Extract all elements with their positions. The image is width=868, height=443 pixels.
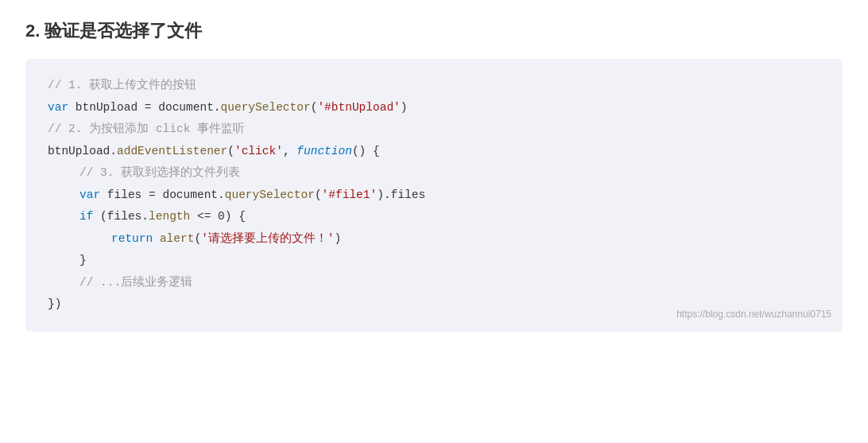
method-querySelector-2: querySelector (225, 188, 315, 201)
fn-alert: alert (160, 232, 195, 245)
click-string: 'click' (234, 145, 283, 157)
code-line-10: // ...后续业务逻辑 (48, 272, 820, 294)
code-line-4: btnUpload.addEventListener('click', func… (48, 141, 820, 163)
keyword-if: if (79, 210, 93, 223)
selector-string-2: '#file1' (322, 188, 378, 201)
prop-length: length (149, 210, 190, 223)
keyword-var-2: var (79, 188, 100, 201)
code-line-1: // 1. 获取上传文件的按钮 (48, 75, 820, 97)
watermark: https://blog.csdn.net/wuzhannui0715 (676, 305, 831, 324)
code-line-6: var files = document.querySelector('#fil… (48, 185, 820, 207)
code-line-5: // 3. 获取到选择的文件列表 (48, 162, 820, 185)
code-block: // 1. 获取上传文件的按钮 var btnUpload = document… (25, 59, 843, 332)
comment-4: // ...后续业务逻辑 (79, 276, 192, 289)
alert-string: '请选择要上传的文件！' (201, 232, 334, 245)
method-addEventListener: addEventListener (117, 145, 227, 157)
selector-string-1: '#btnUpload' (317, 101, 400, 114)
keyword-var: var (48, 101, 68, 114)
comment-3: // 3. 获取到选择的文件列表 (79, 166, 240, 179)
comment-2: // 2. 为按钮添加 click 事件监听 (48, 122, 245, 135)
code-line-7: if (files.length <= 0) { (48, 206, 820, 228)
code-line-3: // 2. 为按钮添加 click 事件监听 (48, 119, 820, 141)
keyword-return: return (111, 232, 153, 245)
method-querySelector: querySelector (221, 101, 311, 114)
keyword-function: function (296, 145, 352, 157)
page-title: 2. 验证是否选择了文件 (25, 19, 843, 43)
code-line-9: } (48, 250, 820, 272)
comment-1: // 1. 获取上传文件的按钮 (48, 79, 196, 91)
code-line-8: return alert('请选择要上传的文件！') (48, 228, 820, 251)
code-line-2: var btnUpload = document.querySelector('… (48, 97, 820, 119)
